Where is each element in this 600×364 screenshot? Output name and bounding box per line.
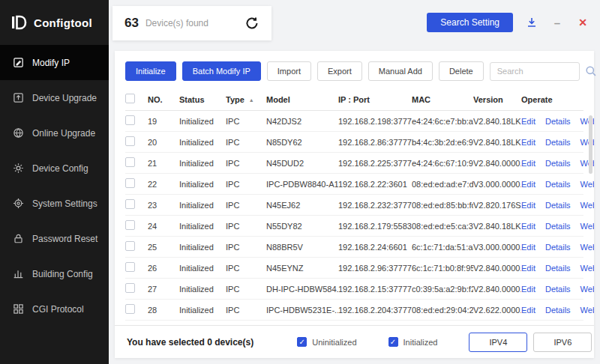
cell-status: Initialized <box>179 117 226 126</box>
edit-link[interactable]: Edit <box>521 306 536 315</box>
web-link[interactable]: Web <box>580 222 594 231</box>
web-link[interactable]: Web <box>580 201 594 210</box>
select-all-checkbox[interactable] <box>125 94 135 103</box>
row-checkbox[interactable] <box>125 241 135 251</box>
web-link[interactable]: Web <box>580 243 594 252</box>
delete-button[interactable]: Delete <box>439 61 484 81</box>
details-link[interactable]: Details <box>545 264 571 273</box>
details-link[interactable]: Details <box>545 306 571 315</box>
row-checkbox[interactable] <box>125 136 135 146</box>
close-icon[interactable]: ✕ <box>576 16 590 29</box>
col-type[interactable]: Type▲ <box>226 95 266 104</box>
initialized-checkbox[interactable] <box>388 337 398 347</box>
cell-ip-port: 192.168.2.96:37777 <box>338 264 412 273</box>
table-row[interactable]: 25 Initialized IPC N88BR5V 192.168.2.24:… <box>125 237 584 258</box>
table-scrollbar[interactable] <box>589 115 592 174</box>
ipv4-button[interactable]: IPV4 <box>469 333 527 352</box>
cell-no: 24 <box>148 222 179 231</box>
uninitialized-checkbox[interactable] <box>297 337 307 347</box>
batch-modify-ip-button[interactable]: Batch Modify IP <box>182 61 261 81</box>
cell-no: 20 <box>148 138 179 147</box>
web-link[interactable]: Web <box>580 285 594 294</box>
edit-link[interactable]: Edit <box>521 180 536 189</box>
filter-initialized[interactable]: Initialized <box>388 337 438 347</box>
web-link[interactable]: Web <box>580 306 594 315</box>
row-checkbox[interactable] <box>125 220 135 230</box>
main-area: 63 Device(s) found Search Setting – ✕ In… <box>109 0 600 364</box>
search-icon[interactable] <box>585 65 597 77</box>
cell-no: 21 <box>148 159 179 168</box>
cell-version: V2.840.18LK... <box>473 222 521 231</box>
filter-uninitialized[interactable]: Uninitialized <box>297 337 356 347</box>
row-checkbox[interactable] <box>125 304 135 314</box>
edit-link[interactable]: Edit <box>521 117 536 126</box>
cell-ip-port: 192.168.2.198:37777 <box>338 117 412 126</box>
sort-asc-icon[interactable]: ▲ <box>249 97 254 103</box>
table-row[interactable]: 27 Initialized IPC DH-IPC-HDBW584... 192… <box>125 279 584 300</box>
cell-model: N42DJS2 <box>266 117 338 126</box>
details-link[interactable]: Details <box>545 159 571 168</box>
sidebar-item-building-config[interactable]: Building Config <box>0 256 109 291</box>
table-row[interactable]: 26 Initialized IPC N45EYNZ 192.168.2.96:… <box>125 258 584 279</box>
edit-link[interactable]: Edit <box>521 201 536 210</box>
search-setting-button[interactable]: Search Setting <box>427 13 513 32</box>
edit-link[interactable]: Edit <box>521 138 536 147</box>
ipv6-button[interactable]: IPV6 <box>533 333 592 352</box>
table-row[interactable]: 24 Initialized IPC N55DY82 192.168.2.179… <box>125 216 584 237</box>
table-row[interactable]: 28 Initialized IPC IPC-HDBW5231E-... 192… <box>125 300 584 321</box>
cell-version: V2.840.0000... <box>473 264 521 273</box>
sidebar-item-modify-ip[interactable]: Modify IP <box>0 45 109 80</box>
sidebar-item-system-settings[interactable]: System Settings <box>0 186 109 221</box>
web-link[interactable]: Web <box>580 180 594 189</box>
web-link[interactable]: Web <box>580 264 594 273</box>
details-link[interactable]: Details <box>545 201 571 210</box>
edit-link[interactable]: Edit <box>521 264 536 273</box>
download-icon[interactable] <box>525 16 538 29</box>
row-checkbox[interactable] <box>125 199 135 209</box>
manual-add-button[interactable]: Manual Add <box>368 61 433 81</box>
row-checkbox[interactable] <box>125 157 135 167</box>
row-checkbox[interactable] <box>125 262 135 272</box>
sidebar-item-device-upgrade[interactable]: Device Upgrade <box>0 80 109 115</box>
cell-type: IPC <box>226 264 266 273</box>
lock-icon <box>13 233 24 244</box>
table-row[interactable]: 22 Initialized IPC IPC-PDBW8840-A1... 19… <box>125 174 584 195</box>
details-link[interactable]: Details <box>545 222 571 231</box>
search-input[interactable] <box>490 62 580 81</box>
details-link[interactable]: Details <box>545 117 571 126</box>
initialize-button[interactable]: Initialize <box>125 61 176 81</box>
cell-status: Initialized <box>179 201 226 210</box>
row-checkbox[interactable] <box>125 283 135 293</box>
minimize-icon[interactable]: – <box>550 16 564 29</box>
edit-link[interactable]: Edit <box>521 243 536 252</box>
details-link[interactable]: Details <box>545 285 571 294</box>
row-checkbox[interactable] <box>125 178 135 188</box>
sidebar-item-label: Password Reset <box>32 234 98 244</box>
sidebar-item-password-reset[interactable]: Password Reset <box>0 221 109 256</box>
col-version: Version <box>473 95 521 104</box>
cell-type: IPC <box>226 306 266 315</box>
sidebar-item-cgi-protocol[interactable]: CGI Protocol <box>0 291 109 327</box>
sidebar-item-online-upgrade[interactable]: Online Upgrade <box>0 115 109 151</box>
import-button[interactable]: Import <box>267 61 311 81</box>
row-checkbox[interactable] <box>125 115 135 125</box>
table-row[interactable]: 19 Initialized IPC N42DJS2 192.168.2.198… <box>125 111 584 132</box>
details-link[interactable]: Details <box>545 180 571 189</box>
table-row[interactable]: 20 Initialized IPC N85DY62 192.168.2.86:… <box>125 132 584 153</box>
details-link[interactable]: Details <box>545 138 571 147</box>
edit-link[interactable]: Edit <box>521 159 536 168</box>
edit-link[interactable]: Edit <box>521 222 536 231</box>
sidebar-item-device-config[interactable]: Device Config <box>0 151 109 186</box>
cell-type: IPC <box>226 138 266 147</box>
refresh-icon[interactable] <box>244 16 260 31</box>
cell-mac: b4:4c:3b:2d:e6:9d <box>412 138 473 147</box>
table-row[interactable]: 21 Initialized IPC N45DUD2 192.168.2.225… <box>125 153 584 174</box>
cell-model: N55DY82 <box>266 222 338 231</box>
edit-link[interactable]: Edit <box>521 285 536 294</box>
cell-mac: e4:24:6c:67:10:90 <box>412 159 473 168</box>
details-link[interactable]: Details <box>545 243 571 252</box>
table-row[interactable]: 23 Initialized IPC N45EJ62 192.168.2.232… <box>125 195 584 216</box>
col-status: Status <box>179 95 226 104</box>
cell-ip-port: 192.168.2.24:6601 <box>338 243 412 252</box>
export-button[interactable]: Export <box>317 61 362 81</box>
